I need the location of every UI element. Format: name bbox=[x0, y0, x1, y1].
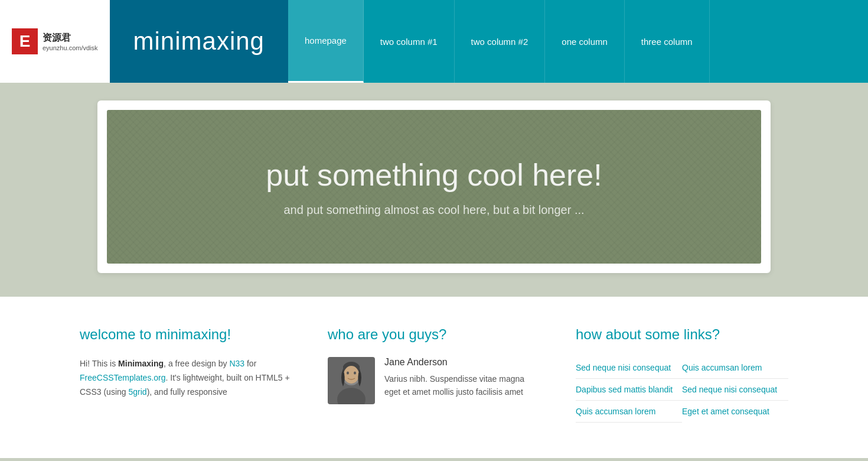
welcome-link-5grid[interactable]: 5grid bbox=[128, 387, 146, 397]
hero-inner: put something cool here! and put somethi… bbox=[107, 110, 761, 264]
welcome-text-1: Hi! This is bbox=[80, 359, 118, 368]
hero-wrapper: put something cool here! and put somethi… bbox=[0, 83, 868, 297]
nav-item-two-column-1[interactable]: two column #1 bbox=[364, 0, 455, 83]
avatar-svg bbox=[328, 357, 375, 404]
hero-title: put something cool here! bbox=[266, 157, 602, 193]
welcome-column: welcome to minimaxing! Hi! This is Minim… bbox=[80, 326, 292, 423]
nav-item-one-column[interactable]: one column bbox=[545, 0, 625, 83]
logo-badge: E bbox=[12, 28, 38, 54]
person-desc: Varius nibh. Suspendisse vitae magna ege… bbox=[384, 372, 540, 399]
welcome-body: Hi! This is Minimaxing, a free design by… bbox=[80, 357, 292, 399]
who-column: who are you guys? bbox=[328, 326, 540, 423]
logo-main-text: 资源君 bbox=[43, 32, 98, 44]
welcome-text-3: for bbox=[244, 359, 256, 368]
nav-item-two-column-2[interactable]: two column #2 bbox=[455, 0, 546, 83]
link-item[interactable]: Quis accumsan lorem bbox=[682, 357, 788, 379]
logo-sub-text: eyunzhu.com/vdisk bbox=[43, 44, 98, 51]
link-item[interactable]: Quis accumsan lorem bbox=[576, 401, 682, 423]
logo-area: E 资源君 eyunzhu.com/vdisk bbox=[0, 0, 110, 83]
svg-point-6 bbox=[347, 372, 349, 375]
links-column: how about some links? Sed neque nisi con… bbox=[576, 326, 788, 423]
welcome-link-freecss[interactable]: FreeCSSTemplates.org bbox=[80, 373, 166, 382]
logo-text-block: 资源君 eyunzhu.com/vdisk bbox=[43, 32, 98, 51]
site-title: minimaxing bbox=[133, 27, 265, 56]
header: E 资源君 eyunzhu.com/vdisk minimaxing homep… bbox=[0, 0, 868, 83]
svg-point-7 bbox=[354, 372, 356, 375]
welcome-heading: welcome to minimaxing! bbox=[80, 326, 292, 343]
link-item[interactable]: Sed neque nisi consequat bbox=[576, 357, 682, 379]
welcome-text-2: , a free design by bbox=[164, 359, 229, 368]
person-name: Jane Anderson bbox=[384, 357, 540, 368]
link-item[interactable]: Eget et amet consequat bbox=[682, 401, 788, 423]
content-area: welcome to minimaxing! Hi! This is Minim… bbox=[0, 297, 868, 458]
links-heading: how about some links? bbox=[576, 326, 788, 343]
avatar bbox=[328, 357, 375, 404]
hero-subtitle: and put something almost as cool here, b… bbox=[283, 203, 584, 217]
welcome-brand: Minimaxing bbox=[118, 359, 164, 368]
nav-item-homepage[interactable]: homepage bbox=[288, 0, 364, 83]
link-item[interactable]: Dapibus sed mattis blandit bbox=[576, 379, 682, 401]
welcome-text-5: ), and fully responsive bbox=[147, 387, 227, 397]
links-grid: Sed neque nisi consequat Quis accumsan l… bbox=[576, 357, 788, 423]
person-block: Jane Anderson Varius nibh. Suspendisse v… bbox=[328, 357, 540, 404]
site-title-area: minimaxing bbox=[110, 0, 288, 83]
who-heading: who are you guys? bbox=[328, 326, 540, 343]
welcome-link-n33[interactable]: N33 bbox=[229, 359, 244, 368]
main-nav: homepage two column #1 two column #2 one… bbox=[288, 0, 868, 83]
person-info: Jane Anderson Varius nibh. Suspendisse v… bbox=[384, 357, 540, 399]
logo-badge-letter: E bbox=[19, 32, 31, 51]
link-item[interactable]: Sed neque nisi consequat bbox=[682, 379, 788, 401]
nav-item-three-column[interactable]: three column bbox=[625, 0, 710, 83]
svg-point-5 bbox=[344, 366, 359, 384]
hero-container: put something cool here! and put somethi… bbox=[97, 100, 771, 273]
